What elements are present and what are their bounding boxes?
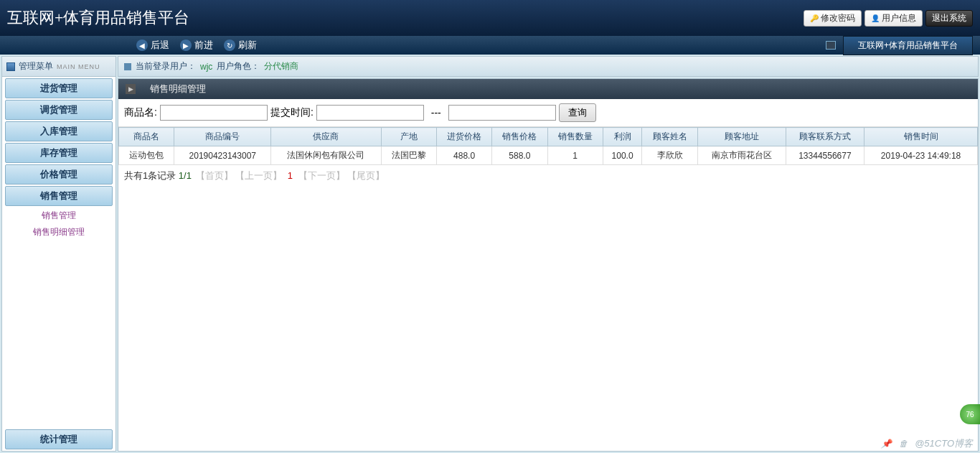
sidebar-item-purchase[interactable]: 进货管理 (5, 78, 113, 98)
sidebar-item-label: 价格管理 (40, 169, 77, 179)
th-customer-addr: 顾客地址 (697, 128, 786, 146)
app-title: 互联网+体育用品销售平台 (7, 7, 189, 29)
submit-time-from-input[interactable] (316, 105, 424, 121)
product-name-input[interactable] (160, 105, 268, 121)
sidebar-item-inventory[interactable]: 库存管理 (5, 143, 113, 163)
data-table: 商品名 商品编号 供应商 产地 进货价格 销售价格 销售数量 利润 顾客姓名 顾… (118, 127, 978, 165)
role-prefix: 用户角色： (217, 60, 260, 73)
sidebar-item-label: 销售管理 (40, 190, 77, 201)
breadcrumb[interactable]: 互联网+体育用品销售平台 (843, 36, 973, 55)
pager-next[interactable]: 【下一页】 (298, 170, 345, 181)
th-customer-name: 顾客姓名 (642, 128, 697, 146)
td-purchase-price: 488.0 (436, 146, 491, 165)
submenu-sales-mgmt[interactable]: 销售管理 (2, 207, 116, 224)
logout-button[interactable]: 退出系统 (925, 10, 973, 27)
nav-forward[interactable]: 前进 (180, 39, 213, 52)
header-title-bar: 互联网+体育用品销售平台 修改密码 用户信息 退出系统 (0, 0, 980, 36)
current-role: 分代销商 (264, 60, 298, 73)
th-purchase-price: 进货价格 (436, 128, 491, 146)
pager-first[interactable]: 【首页】 (196, 170, 233, 181)
nav-toolbar: 后退 前进 刷新 互联网+体育用品销售平台 (0, 36, 980, 55)
main-wrap: 管理菜单 MAIN MENU 进货管理 调货管理 入库管理 库存管理 价格管理 … (0, 55, 980, 453)
current-user: wjc (200, 62, 212, 72)
nav-left: 后退 前进 刷新 (136, 39, 257, 52)
sidebar-header-label: 管理菜单 (19, 60, 53, 73)
trash-icon: 🗑 (899, 439, 908, 449)
sidebar-item-label: 统计管理 (40, 434, 77, 444)
menu-grid-icon (6, 62, 15, 71)
td-customer-addr: 南京市雨花台区 (697, 146, 786, 165)
sidebar-item-label: 进货管理 (40, 83, 77, 93)
floating-badge[interactable]: 76 (960, 404, 980, 424)
th-sale-time: 销售时间 (864, 128, 978, 146)
sidebar-item-label: 入库管理 (40, 126, 77, 136)
td-product-name: 运动包包 (119, 146, 174, 165)
panel-title-bar: 销售明细管理 (118, 79, 978, 99)
watermark-text: @51CTO博客 (915, 437, 973, 450)
panel-title: 销售明细管理 (150, 83, 206, 95)
th-product-code: 商品编号 (174, 128, 271, 146)
sidebar-item-label: 库存管理 (40, 147, 77, 158)
submenu-sales-detail[interactable]: 销售明细管理 (2, 224, 116, 240)
product-name-label: 商品名: (124, 106, 157, 119)
th-profit: 利润 (603, 128, 642, 146)
sidebar-header: 管理菜单 MAIN MENU (2, 57, 116, 77)
pager-page-info: 1/1 (179, 170, 192, 181)
table-header-row: 商品名 商品编号 供应商 产地 进货价格 销售价格 销售数量 利润 顾客姓名 顾… (119, 128, 978, 146)
th-product-name: 商品名 (119, 128, 174, 146)
footer-watermark: 📌 🗑 @51CTO博客 (881, 437, 973, 450)
td-sale-time: 2019-04-23 14:49:18 (864, 146, 978, 165)
sidebar-item-transfer[interactable]: 调货管理 (5, 100, 113, 120)
user-icon (871, 13, 880, 23)
sidebar-item-label: 调货管理 (40, 104, 77, 115)
user-info-button[interactable]: 用户信息 (864, 10, 923, 27)
th-customer-phone: 顾客联系方式 (786, 128, 864, 146)
td-customer-phone: 13344556677 (786, 146, 864, 165)
search-button-label: 查询 (568, 107, 587, 118)
pager: 共有1条记录 1/1 【首页】 【上一页】 1 【下一页】 【尾页】 (118, 165, 978, 187)
sidebar: 管理菜单 MAIN MENU 进货管理 调货管理 入库管理 库存管理 价格管理 … (1, 56, 116, 452)
nav-back[interactable]: 后退 (136, 39, 169, 52)
content: 当前登录用户： wjc 用户角色： 分代销商 销售明细管理 商品名: 提交时间:… (118, 56, 979, 452)
key-icon (810, 13, 819, 23)
play-icon (126, 84, 136, 94)
nav-right: 互联网+体育用品销售平台 (826, 36, 973, 55)
pin-icon: 📌 (881, 439, 892, 449)
content-panel: 销售明细管理 商品名: 提交时间: --- 查询 商品名 商品编号 供应商 产地 (118, 78, 979, 452)
sidebar-item-price[interactable]: 价格管理 (5, 164, 113, 185)
pager-prev[interactable]: 【上一页】 (235, 170, 282, 181)
submenu-label: 销售管理 (42, 210, 76, 220)
arrow-right-icon (180, 39, 192, 51)
th-sale-price: 销售价格 (492, 128, 547, 146)
nav-refresh[interactable]: 刷新 (224, 39, 257, 52)
change-password-button[interactable]: 修改密码 (804, 10, 862, 27)
refresh-icon (224, 39, 235, 51)
td-supplier: 法国休闲包有限公司 (271, 146, 381, 165)
th-quantity: 销售数量 (547, 128, 603, 146)
arrow-left-icon (136, 39, 148, 51)
td-product-code: 20190423143007 (174, 146, 271, 165)
sidebar-item-sales[interactable]: 销售管理 (5, 186, 113, 206)
header-buttons: 修改密码 用户信息 退出系统 (804, 10, 973, 27)
user-prefix: 当前登录用户： (136, 60, 196, 73)
submit-time-label: 提交时间: (270, 106, 314, 119)
user-info-label: 用户信息 (882, 12, 916, 24)
td-origin: 法国巴黎 (381, 146, 436, 165)
sidebar-item-stats[interactable]: 统计管理 (5, 429, 113, 449)
change-password-label: 修改密码 (821, 12, 855, 24)
search-bar: 商品名: 提交时间: --- 查询 (118, 99, 978, 127)
nav-forward-label: 前进 (194, 39, 213, 52)
sidebar-bottom: 统计管理 (2, 428, 116, 451)
th-supplier: 供应商 (271, 128, 381, 146)
pager-total: 共有1条记录 (124, 170, 176, 181)
sidebar-item-instock[interactable]: 入库管理 (5, 121, 113, 141)
submit-time-to-input[interactable] (448, 105, 556, 121)
search-button[interactable]: 查询 (559, 103, 596, 122)
submenu-label: 销售明细管理 (33, 227, 85, 237)
user-info-bar: 当前登录用户： wjc 用户角色： 分代销商 (118, 56, 979, 77)
td-customer-name: 李欣欣 (642, 146, 697, 165)
nav-back-label: 后退 (151, 39, 169, 52)
logout-label: 退出系统 (932, 12, 966, 24)
monitor-icon (826, 41, 836, 50)
pager-last[interactable]: 【尾页】 (347, 170, 385, 181)
